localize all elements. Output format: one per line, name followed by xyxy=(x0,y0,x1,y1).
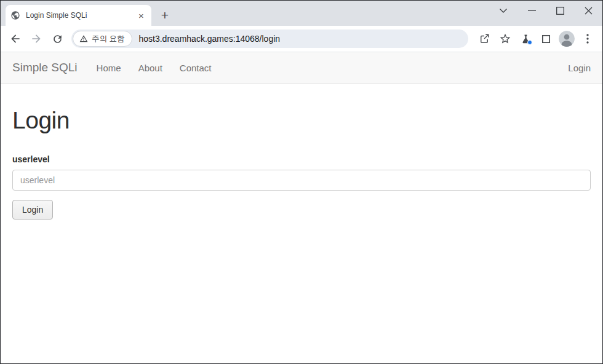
close-icon[interactable] xyxy=(574,2,602,19)
nav-link-home[interactable]: Home xyxy=(88,63,130,73)
navbar-links: Home About Contact xyxy=(88,63,220,73)
page-content: Login userlevel Login xyxy=(1,107,602,220)
address-bar[interactable]: 주의 요함 host3.dreamhack.games:14068/login xyxy=(71,30,468,48)
maximize-icon[interactable] xyxy=(546,2,574,19)
kebab-menu-icon[interactable] xyxy=(578,29,597,49)
nav-link-contact[interactable]: Contact xyxy=(171,63,220,73)
security-chip-label: 주의 요함 xyxy=(92,34,124,44)
warning-triangle-icon xyxy=(79,34,88,43)
browser-toolbar: 주의 요함 host3.dreamhack.games:14068/login xyxy=(1,26,602,52)
userlevel-input[interactable] xyxy=(12,170,591,191)
reload-icon[interactable] xyxy=(47,29,67,49)
browser-tab[interactable]: Login Simple SQLi × xyxy=(6,5,151,26)
tab-close-icon[interactable]: × xyxy=(136,10,146,21)
tab-strip: Login Simple SQLi × + xyxy=(1,1,602,26)
share-icon[interactable] xyxy=(474,29,494,49)
url-text: host3.dreamhack.games:14068/login xyxy=(138,34,280,44)
userlevel-label: userlevel xyxy=(12,154,591,164)
minimize-icon[interactable] xyxy=(517,2,546,19)
navbar-brand[interactable]: Simple SQLi xyxy=(12,61,78,74)
star-icon[interactable] xyxy=(495,29,515,49)
page-title: Login xyxy=(12,107,591,134)
back-arrow-icon[interactable] xyxy=(6,29,25,49)
login-button[interactable]: Login xyxy=(12,200,53,220)
site-navbar: Simple SQLi Home About Contact Login xyxy=(1,52,602,84)
tab-title: Login Simple SQLi xyxy=(26,11,132,20)
security-chip[interactable]: 주의 요함 xyxy=(73,31,132,47)
browser-window: Login Simple SQLi × + xyxy=(0,0,603,364)
nav-link-about[interactable]: About xyxy=(130,63,171,73)
side-panel-icon[interactable] xyxy=(536,29,556,49)
globe-icon xyxy=(10,10,20,20)
nav-link-login[interactable]: Login xyxy=(568,63,591,73)
window-controls xyxy=(489,2,602,19)
tab-search-chevron-icon[interactable] xyxy=(489,2,517,19)
new-tab-button[interactable]: + xyxy=(156,7,174,24)
extension-badge-dot xyxy=(527,40,532,45)
beaker-icon[interactable] xyxy=(516,29,535,49)
profile-avatar[interactable] xyxy=(557,29,577,49)
forward-arrow-icon[interactable] xyxy=(26,29,46,49)
